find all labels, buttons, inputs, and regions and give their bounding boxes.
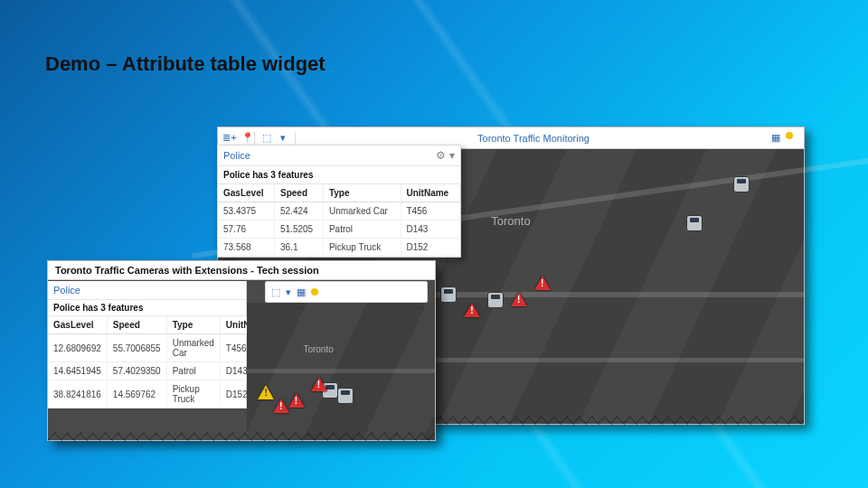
attribute-table: GasLevel Speed Type UnitName 53.4375 52.… (218, 184, 460, 257)
table-row[interactable]: 57.76 51.5205 Patrol D143 (218, 221, 460, 239)
vehicle-icon[interactable] (337, 388, 354, 404)
col-header[interactable]: Speed (107, 316, 166, 334)
col-header[interactable]: Speed (275, 184, 324, 202)
variant-layer-name[interactable]: Police (48, 281, 246, 300)
cell: 14.569762 (107, 380, 166, 408)
select-tool-icon[interactable]: ⬚ (271, 286, 280, 298)
variant-attribute-table: GasLevel Speed Type UnitName 12.6809692 … (48, 316, 275, 408)
warning-icon[interactable] (273, 399, 289, 413)
dropdown-icon[interactable]: ▾ (286, 286, 291, 298)
cell: 55.7006855 (107, 334, 166, 362)
cell: 53.4375 (218, 202, 275, 221)
alert-icon[interactable] (258, 385, 274, 399)
cell: D152 (401, 239, 460, 257)
attr-layer-name[interactable]: Police (223, 150, 250, 161)
status-dot-icon (786, 132, 793, 139)
cell: 57.4029350 (107, 362, 166, 380)
table-row[interactable]: 38.8241816 14.569762 Pickup Truck D152 (48, 380, 274, 408)
vehicle-icon[interactable] (686, 215, 703, 231)
warning-icon[interactable] (464, 303, 480, 317)
col-header[interactable]: Type (166, 316, 220, 334)
cell: Unmarked Car (323, 202, 401, 221)
slide-title: Demo – Attribute table widget (45, 52, 326, 76)
attribute-table-panel: Police ⚙ ▾ Police has 3 features GasLeve… (217, 145, 461, 258)
cell: Unmarked Car (166, 334, 220, 362)
map-city-label: Toronto (303, 344, 333, 354)
warning-icon[interactable] (288, 393, 305, 408)
cell: Pickup Truck (323, 239, 401, 257)
vehicle-icon[interactable] (487, 292, 504, 308)
cell: 52.424 (275, 202, 324, 221)
pin-icon[interactable]: 📍 (241, 132, 254, 145)
map-road (247, 369, 435, 373)
cell: 14.6451945 (48, 362, 107, 380)
vehicle-icon[interactable] (440, 286, 457, 303)
table-row[interactable]: 12.6809692 55.7006855 Unmarked Car T456 (48, 334, 274, 362)
variant-map-canvas[interactable]: Toronto (247, 303, 435, 440)
vehicle-icon[interactable] (733, 176, 750, 192)
cell: T456 (401, 202, 460, 221)
layers-panel-icon[interactable]: ▦ (769, 132, 782, 145)
cell: 73.568 (218, 239, 275, 257)
cell: 57.76 (218, 221, 275, 239)
dropdown-icon[interactable]: ▾ (277, 132, 289, 145)
table-row[interactable]: 73.568 36.1 Pickup Truck D152 (218, 239, 460, 257)
select-tool-icon[interactable]: ⬚ (260, 132, 273, 145)
cell: D143 (401, 221, 460, 239)
cell: 12.6809692 (48, 334, 107, 362)
attr-feature-summary: Police has 3 features (218, 166, 460, 184)
col-header[interactable]: UnitName (401, 184, 460, 202)
table-header-row: GasLevel Speed Type UnitName (218, 184, 460, 202)
cell: Pickup Truck (166, 380, 220, 408)
variant-window: Toronto Traffic Cameras with Extensions … (47, 260, 436, 441)
status-dot-icon (311, 288, 318, 296)
cell: Patrol (166, 362, 220, 380)
variant-feature-summary: Police has 3 features (48, 300, 246, 316)
map-toolset: ⬚ ▾ (254, 132, 296, 145)
map-app-title: Toronto Traffic Monitoring (303, 133, 764, 144)
table-row[interactable]: 14.6451945 57.4029350 Patrol D143 (48, 362, 274, 380)
variant-attribute-panel: Police Police has 3 features GasLevel Sp… (48, 281, 247, 408)
warning-icon[interactable] (311, 377, 327, 391)
warning-icon[interactable] (511, 292, 527, 306)
dropdown-icon[interactable]: ▾ (449, 149, 455, 162)
variant-window-title: Toronto Traffic Cameras with Extensions … (48, 261, 435, 280)
cell: 51.5205 (275, 221, 324, 239)
cell: 38.8241816 (48, 380, 107, 408)
map-city-label: Toronto (491, 214, 530, 228)
gear-icon[interactable]: ⚙ (436, 149, 446, 162)
col-header[interactable]: GasLevel (218, 184, 275, 202)
layers-icon[interactable]: ≣+ (223, 132, 236, 145)
layers-panel-icon[interactable]: ▦ (297, 286, 306, 298)
table-row[interactable]: 53.4375 52.424 Unmarked Car T456 (218, 202, 460, 221)
variant-toolrow: ⬚ ▾ ▦ (265, 281, 428, 303)
warning-icon[interactable] (534, 276, 551, 290)
cell: Patrol (323, 221, 401, 239)
col-header[interactable]: GasLevel (48, 316, 107, 334)
table-header-row: GasLevel Speed Type UnitName (48, 316, 274, 334)
col-header[interactable]: Type (323, 184, 401, 202)
cell: 36.1 (275, 239, 324, 257)
